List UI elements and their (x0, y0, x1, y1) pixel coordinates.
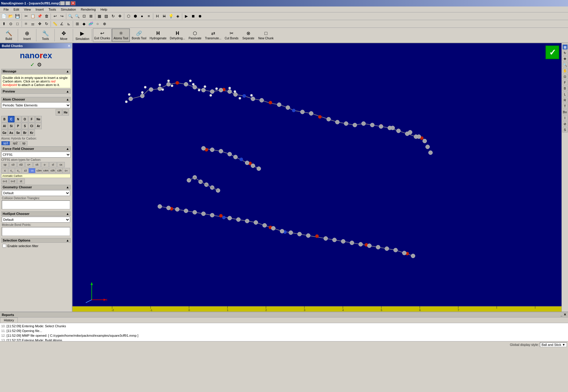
tb-sim-run[interactable]: ▶ (183, 13, 190, 20)
force-field-collapse[interactable]: ▲ (66, 147, 69, 150)
maximize-button[interactable]: □ (65, 1, 70, 5)
hybrid-sp3[interactable]: sp3 (1, 141, 10, 145)
menu-view[interactable]: View (22, 7, 33, 12)
ri-fit[interactable]: ⊡ (562, 74, 568, 79)
tb2-measure[interactable]: 📏 (52, 21, 58, 27)
tb2-atom[interactable]: ⚛ (23, 21, 29, 27)
element-H[interactable]: H (56, 109, 62, 116)
tb-sim-stop[interactable]: ⏹ (190, 13, 196, 20)
preview-collapse[interactable]: ▲ (66, 90, 69, 93)
geometry-dropdown[interactable]: Default (2, 190, 70, 196)
element-Kr[interactable]: Kr (28, 129, 35, 136)
message-collapse[interactable]: ▲ (66, 69, 69, 73)
element-S[interactable]: S (22, 123, 28, 129)
new-chunk-button[interactable]: □ New Chunk (257, 28, 275, 42)
ri-right[interactable]: R (562, 98, 568, 103)
tb-redo[interactable]: ↪ (59, 13, 65, 20)
element-N[interactable]: N (15, 116, 21, 122)
menu-insert[interactable]: Insert (33, 7, 46, 12)
tb2-rect[interactable]: □ (14, 21, 21, 27)
tb-open[interactable]: 📂 (7, 13, 14, 20)
separate-button[interactable]: ⊗ Separate (240, 28, 256, 42)
geometry-collapse[interactable]: ▲ (66, 185, 69, 189)
tb-h-hide[interactable]: H̶ (161, 13, 167, 20)
tb2-crystal[interactable]: ◆ (81, 21, 87, 27)
build-button[interactable]: 🔨 Build (1, 28, 17, 42)
ri-left[interactable]: L (562, 92, 568, 97)
reports-close[interactable]: ✕ (564, 313, 566, 317)
reports-minimize[interactable]: _ (561, 313, 562, 317)
tb2-rotate[interactable]: ↻ (43, 21, 50, 27)
move-button[interactable]: ✥ Move (56, 28, 72, 42)
at-ceq[interactable]: c= (62, 168, 70, 173)
element-Br[interactable]: Br (22, 129, 28, 136)
cut-bonds-button[interactable]: ✂ Cut Bonds (223, 28, 240, 42)
tb-new[interactable]: 📄 (1, 13, 7, 20)
insert-button[interactable]: ⊕ Insert (19, 28, 35, 42)
tb-cut[interactable]: ✂ (23, 13, 29, 20)
tb2-nanotube[interactable]: ○ (94, 21, 101, 27)
tb-zoom-out[interactable]: 🔍 (74, 13, 80, 20)
element-O[interactable]: O (22, 116, 28, 122)
ri-clipping[interactable]: ⊘ (562, 121, 568, 127)
hydrogenate-button[interactable]: H Hydrogenate (148, 28, 168, 42)
ri-translate[interactable]: ✥ (562, 56, 568, 61)
ri-iso[interactable]: I (562, 115, 568, 121)
hybrid-sp2[interactable]: sp2 (11, 141, 20, 145)
element-Ne[interactable]: Ne (35, 116, 42, 122)
tb-zoom-all[interactable]: ⊠ (88, 13, 94, 20)
display-style-dropdown[interactable]: Ball and Stick ▼ (540, 342, 567, 347)
ri-bottom[interactable]: Bo (562, 109, 568, 115)
at-cx[interactable]: cx (57, 162, 65, 167)
tab-history[interactable]: History (0, 318, 18, 323)
element-Ge[interactable]: Ge (1, 129, 8, 136)
ri-top[interactable]: T (562, 103, 568, 109)
at-ceq1[interactable]: c=1 (1, 179, 9, 184)
dehydrogenate-button[interactable]: H Dehydrog... (168, 28, 187, 42)
at-ct[interactable]: ct (17, 179, 25, 184)
ri-select[interactable]: ▦ (562, 44, 568, 50)
tb2-select[interactable]: ⬆ (1, 21, 7, 27)
tb2-grid[interactable]: ⊞ (74, 21, 80, 27)
element-He[interactable]: He (62, 109, 69, 116)
ri-back[interactable]: B (562, 86, 568, 91)
at-cl[interactable]: cl (49, 162, 57, 167)
tb-zoom-fit[interactable]: ⊡ (81, 13, 87, 20)
transmute-button[interactable]: ⇄ Transmute... (204, 28, 223, 42)
element-B[interactable]: B (1, 116, 8, 122)
panel-close[interactable]: ✕ (68, 44, 70, 48)
tb2-part[interactable]: ⊕ (101, 21, 108, 27)
atoms-tool-button[interactable]: ⚛ Atoms Tool (112, 28, 130, 42)
tools-button[interactable]: 🔧 Tools (37, 28, 54, 42)
minimize-button[interactable]: _ (60, 1, 65, 5)
simulation-button[interactable]: ▶ Simulation (74, 28, 91, 42)
tb-paste[interactable]: 📌 (36, 13, 43, 20)
tb-ball-stick[interactable]: ⬢ (132, 13, 138, 20)
bonds-tool-button[interactable]: 🔗 Bonds Tool (130, 28, 148, 42)
tb-select-all[interactable]: ▦ (96, 13, 103, 20)
element-Al[interactable]: Al (1, 123, 8, 129)
tb-deselect[interactable]: ▧ (103, 13, 109, 20)
selection-filter-checkbox[interactable] (2, 244, 6, 248)
tb-light[interactable]: 💡 (168, 13, 174, 20)
tb2-lasso[interactable]: ⊙ (7, 21, 14, 27)
at-ceq2[interactable]: c=2 (9, 179, 17, 184)
tb-save[interactable]: 💾 (14, 13, 21, 20)
element-Ar[interactable]: Ar (35, 123, 42, 129)
menu-tools[interactable]: Tools (46, 7, 59, 12)
element-C[interactable]: C (8, 116, 14, 122)
tb2-dihedral[interactable]: ⊾ (65, 21, 72, 27)
menu-file[interactable]: File (1, 7, 11, 12)
at-cl2[interactable]: cl2 (17, 162, 25, 167)
menu-edit[interactable]: Edit (11, 7, 22, 12)
dropdown-arrow[interactable]: ▼ (562, 343, 565, 346)
ri-stereo[interactable]: S (562, 127, 568, 132)
menu-help[interactable]: Help (98, 7, 110, 12)
element-Si[interactable]: Si (8, 123, 14, 129)
ri-pan[interactable]: ✋ (562, 68, 568, 73)
tb-rotate[interactable]: ↻ (110, 13, 116, 20)
force-field-dropdown[interactable]: CFF91 (1, 152, 71, 158)
element-dropdown[interactable]: Periodic Table Elements (1, 102, 71, 108)
exit-chunks-button[interactable]: ↩ Exit Chunks (93, 28, 112, 42)
menu-simulation[interactable]: Simulation (59, 7, 78, 12)
